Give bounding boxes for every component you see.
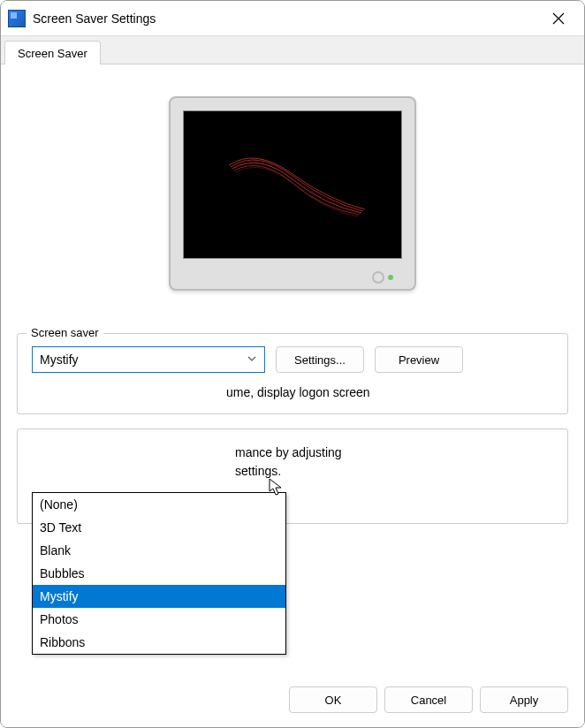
dropdown-option-blank[interactable]: Blank bbox=[33, 539, 285, 562]
dropdown-option-mystify[interactable]: Mystify bbox=[33, 585, 285, 608]
content-area: Screen saver Mystify Settings... Preview… bbox=[1, 64, 584, 676]
preview-button[interactable]: Preview bbox=[375, 346, 463, 373]
mystify-graphic bbox=[204, 132, 381, 238]
dialog-window: Screen Saver Settings Screen Saver bbox=[0, 0, 585, 728]
dropdown-option-none[interactable]: (None) bbox=[33, 493, 285, 516]
settings-button[interactable]: Settings... bbox=[276, 346, 364, 373]
dropdown-selected-text: Mystify bbox=[40, 353, 79, 367]
ok-button[interactable]: OK bbox=[289, 686, 377, 713]
screensaver-groupbox: Screen saver Mystify Settings... Preview… bbox=[17, 333, 568, 414]
tab-strip: Screen Saver bbox=[1, 36, 584, 64]
window-title: Screen Saver Settings bbox=[33, 11, 538, 26]
dropdown-option-3dtext[interactable]: 3D Text bbox=[33, 516, 285, 539]
tab-screensaver[interactable]: Screen Saver bbox=[4, 41, 101, 64]
monitor-power-button bbox=[372, 271, 384, 284]
groupbox-label: Screen saver bbox=[27, 326, 103, 339]
dropdown-option-bubbles[interactable]: Bubbles bbox=[33, 562, 285, 585]
close-icon bbox=[552, 12, 565, 25]
cancel-button[interactable]: Cancel bbox=[384, 686, 473, 713]
dropdown-list: (None) 3D Text Blank Bubbles Mystify Pho… bbox=[32, 492, 286, 655]
close-button[interactable] bbox=[538, 4, 579, 33]
dialog-footer: OK Cancel Apply bbox=[1, 676, 584, 727]
monitor-preview bbox=[169, 96, 416, 291]
resume-text-fragment: ume, display logon screen bbox=[32, 385, 553, 399]
titlebar: Screen Saver Settings bbox=[1, 1, 584, 36]
power-text: mance by adjusting settings. bbox=[32, 444, 553, 481]
dropdown-option-ribbons[interactable]: Ribbons bbox=[33, 631, 285, 654]
monitor-led bbox=[388, 275, 393, 280]
monitor-screen bbox=[183, 110, 402, 259]
app-icon bbox=[8, 10, 26, 27]
screensaver-dropdown[interactable]: Mystify bbox=[32, 346, 265, 373]
preview-area bbox=[17, 75, 568, 322]
dropdown-option-photos[interactable]: Photos bbox=[33, 608, 285, 631]
controls-row: Mystify Settings... Preview bbox=[32, 346, 553, 373]
chevron-down-icon bbox=[247, 353, 257, 367]
apply-button[interactable]: Apply bbox=[480, 686, 568, 713]
